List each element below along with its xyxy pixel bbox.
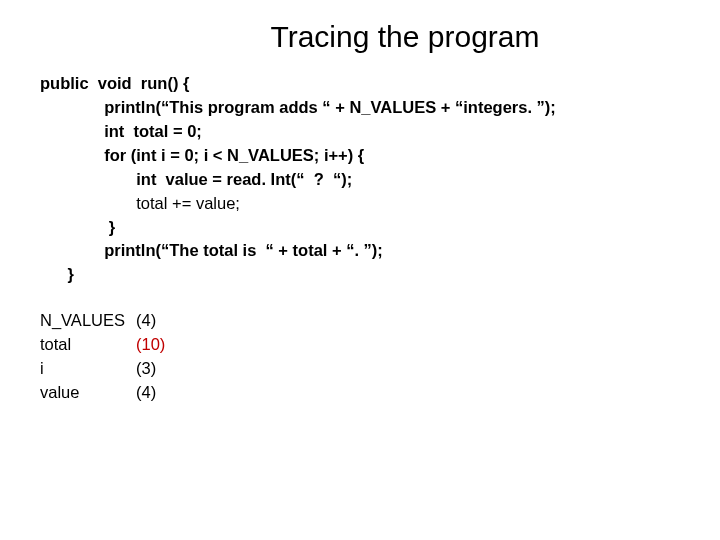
code-block: public void run() { println(“This progra…	[40, 72, 720, 287]
code-line-9: }	[40, 263, 720, 287]
trace-value: (10)	[136, 333, 165, 357]
code-line-1: public void run() {	[40, 72, 720, 96]
code-line-5: int value = read. Int(“ ? “);	[40, 168, 720, 192]
trace-value: (4)	[136, 309, 156, 333]
trace-label: i	[40, 357, 136, 381]
trace-row-nvalues: N_VALUES (4)	[40, 309, 720, 333]
slide: Tracing the program public void run() { …	[0, 0, 720, 540]
code-line-3: int total = 0;	[40, 120, 720, 144]
trace-label: value	[40, 381, 136, 405]
trace-row-total: total (10)	[40, 333, 720, 357]
code-line-6: total += value;	[40, 192, 720, 216]
code-line-4: for (int i = 0; i < N_VALUES; i++) {	[40, 144, 720, 168]
trace-label: total	[40, 333, 136, 357]
trace-value: (4)	[136, 381, 156, 405]
trace-value: (3)	[136, 357, 156, 381]
slide-title: Tracing the program	[0, 0, 720, 72]
code-line-8: println(“The total is “ + total + “. ”);	[40, 239, 720, 263]
code-line-7: }	[40, 216, 720, 240]
trace-row-value: value (4)	[40, 381, 720, 405]
trace-row-i: i (3)	[40, 357, 720, 381]
trace-block: N_VALUES (4) total (10) i (3) value (4)	[40, 309, 720, 405]
code-line-2: println(“This program adds “ + N_VALUES …	[40, 96, 720, 120]
trace-label: N_VALUES	[40, 309, 136, 333]
